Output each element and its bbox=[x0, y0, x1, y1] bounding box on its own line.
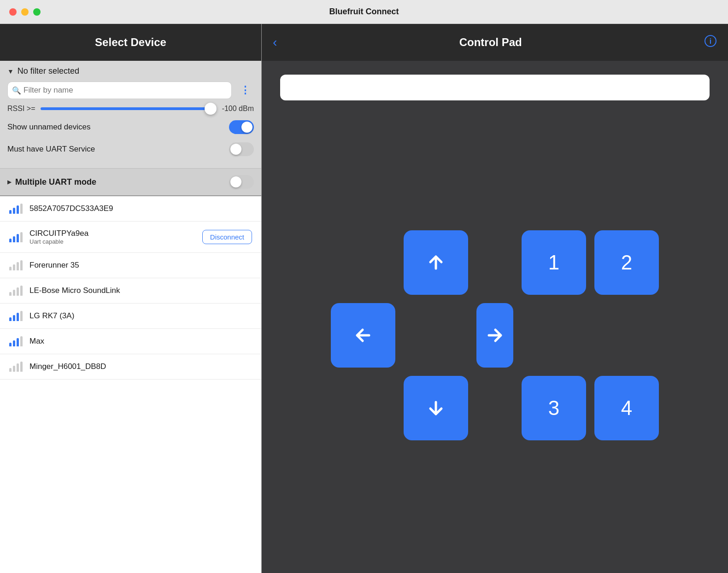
button-1[interactable]: 1 bbox=[522, 230, 586, 295]
device-info: Minger_H6001_DB8D bbox=[29, 362, 252, 371]
filter-section: ▼ No filter selected 🔍 ⋮ RSSI >= -100 dB… bbox=[0, 61, 261, 169]
left-panel: Select Device ▼ No filter selected 🔍 ⋮ R… bbox=[0, 24, 262, 573]
window-title: Bluefruit Connect bbox=[329, 7, 399, 17]
uart-chevron-icon: ▶ bbox=[7, 179, 12, 185]
left-panel-header: Select Device bbox=[0, 24, 261, 61]
button-2[interactable]: 2 bbox=[594, 230, 659, 295]
device-list: 5852A7057DC533A3E9 CIRCUITPYa9ea Uart ca… bbox=[0, 196, 261, 573]
list-item[interactable]: Minger_H6001_DB8D bbox=[0, 354, 261, 380]
device-name: 5852A7057DC533A3E9 bbox=[29, 204, 252, 213]
rssi-slider[interactable] bbox=[41, 107, 216, 110]
search-wrapper: 🔍 bbox=[7, 82, 232, 99]
uart-row: ▶ Multiple UART mode bbox=[7, 177, 96, 187]
signal-icon bbox=[9, 362, 23, 372]
signal-icon bbox=[9, 286, 23, 296]
signal-icon bbox=[9, 311, 23, 321]
list-item[interactable]: 5852A7057DC533A3E9 bbox=[0, 196, 261, 222]
signal-icon bbox=[9, 336, 23, 346]
right-button[interactable] bbox=[476, 303, 513, 368]
list-item[interactable]: LG RK7 (3A) bbox=[0, 304, 261, 329]
must-have-uart-toggle[interactable] bbox=[229, 142, 254, 156]
device-info: CIRCUITPYa9ea Uart capable bbox=[29, 229, 202, 245]
filter-header: ▼ No filter selected bbox=[7, 66, 254, 76]
rssi-value: -100 dBm bbox=[222, 105, 254, 113]
must-have-uart-toggle-knob bbox=[230, 144, 241, 155]
device-info: Max bbox=[29, 337, 252, 346]
device-info: LG RK7 (3A) bbox=[29, 311, 252, 321]
filter-chevron-icon: ▼ bbox=[7, 68, 14, 75]
rssi-row: RSSI >= -100 dBm bbox=[7, 105, 254, 113]
show-unnamed-toggle-knob bbox=[241, 122, 252, 133]
left-arrow-icon bbox=[352, 324, 375, 347]
search-input[interactable] bbox=[7, 82, 232, 99]
down-button[interactable] bbox=[404, 376, 468, 440]
info-button[interactable]: i bbox=[704, 35, 717, 50]
rssi-label: RSSI >= bbox=[7, 105, 35, 113]
device-name: CIRCUITPYa9ea bbox=[29, 229, 202, 238]
uart-mode-toggle-knob bbox=[230, 176, 241, 187]
device-info: Forerunner 35 bbox=[29, 261, 252, 270]
signal-icon bbox=[9, 260, 23, 270]
must-have-uart-label: Must have UART Service bbox=[7, 145, 95, 154]
show-unnamed-row: Show unnamed devices bbox=[7, 118, 254, 136]
down-arrow-icon bbox=[424, 397, 447, 420]
control-pad-title: Control Pad bbox=[459, 36, 522, 49]
button-grid: 1 2 3 4 bbox=[280, 111, 710, 559]
titlebar: Bluefruit Connect bbox=[0, 0, 728, 24]
right-arrow-icon bbox=[483, 324, 506, 347]
fullscreen-button[interactable] bbox=[33, 8, 41, 16]
filter-label: No filter selected bbox=[18, 66, 79, 76]
minimize-button[interactable] bbox=[21, 8, 29, 16]
right-panel-header: ‹ Control Pad i bbox=[262, 24, 728, 61]
up-button[interactable] bbox=[404, 230, 468, 295]
device-name: LE-Bose Micro SoundLink bbox=[29, 286, 252, 295]
device-name: LG RK7 (3A) bbox=[29, 311, 252, 321]
device-info: 5852A7057DC533A3E9 bbox=[29, 204, 252, 213]
button-3[interactable]: 3 bbox=[522, 376, 586, 440]
back-button[interactable]: ‹ bbox=[273, 35, 277, 50]
must-have-uart-row: Must have UART Service bbox=[7, 140, 254, 158]
device-name: Minger_H6001_DB8D bbox=[29, 362, 252, 371]
rssi-slider-thumb bbox=[205, 103, 217, 115]
list-item[interactable]: LE-Bose Micro SoundLink bbox=[0, 278, 261, 304]
list-item[interactable]: Max bbox=[0, 329, 261, 354]
uart-mode-label: Multiple UART mode bbox=[15, 177, 96, 187]
device-subtitle: Uart capable bbox=[29, 238, 202, 245]
search-icon: 🔍 bbox=[12, 86, 21, 95]
signal-icon bbox=[9, 204, 23, 214]
disconnect-button[interactable]: Disconnect bbox=[202, 230, 252, 244]
device-name: Forerunner 35 bbox=[29, 261, 252, 270]
uart-section: ▶ Multiple UART mode bbox=[0, 169, 261, 196]
up-arrow-icon bbox=[424, 251, 447, 274]
signal-icon bbox=[9, 232, 23, 242]
button-4[interactable]: 4 bbox=[594, 376, 659, 440]
right-panel: ‹ Control Pad i bbox=[262, 24, 728, 573]
uart-mode-toggle[interactable] bbox=[229, 175, 254, 189]
more-options-button[interactable]: ⋮ bbox=[236, 82, 254, 98]
device-name: Max bbox=[29, 337, 252, 346]
left-button[interactable] bbox=[331, 303, 395, 368]
svg-text:i: i bbox=[710, 37, 711, 45]
control-pad-area: 1 2 3 4 bbox=[262, 61, 728, 573]
text-input-bar[interactable] bbox=[280, 75, 710, 100]
main-layout: Select Device ▼ No filter selected 🔍 ⋮ R… bbox=[0, 24, 728, 573]
traffic-lights bbox=[9, 8, 41, 16]
close-button[interactable] bbox=[9, 8, 17, 16]
search-row: 🔍 ⋮ bbox=[7, 82, 254, 99]
list-item[interactable]: Forerunner 35 bbox=[0, 253, 261, 278]
select-device-title: Select Device bbox=[95, 36, 166, 49]
show-unnamed-label: Show unnamed devices bbox=[7, 123, 91, 132]
info-icon: i bbox=[704, 35, 717, 47]
list-item[interactable]: CIRCUITPYa9ea Uart capable Disconnect bbox=[0, 222, 261, 253]
device-info: LE-Bose Micro SoundLink bbox=[29, 286, 252, 295]
show-unnamed-toggle[interactable] bbox=[229, 120, 254, 134]
